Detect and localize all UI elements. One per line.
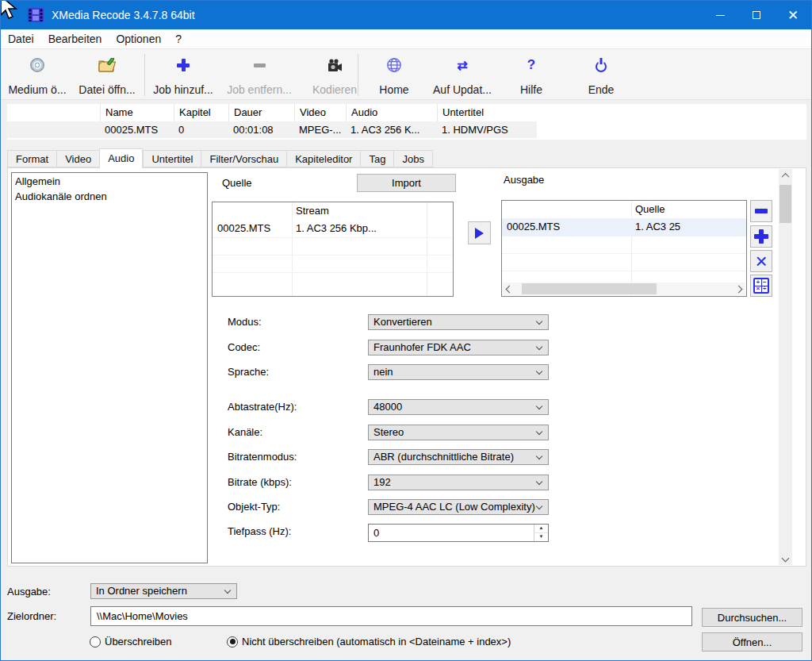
encode-camera-icon <box>327 55 343 75</box>
remove-job-button[interactable]: Job entfern... <box>221 55 297 96</box>
toolbar-separator <box>358 54 358 96</box>
question-icon: ? <box>527 55 535 75</box>
chevron-down-icon <box>224 587 231 594</box>
output-settings-bar: Ausgabe: In Ordner speichern Zielordner:… <box>1 567 811 661</box>
menu-bar: Datei Bearbeiten Optionen ? <box>1 29 811 48</box>
category-audiokanaele[interactable]: Audiokanäle ordnen <box>12 189 207 204</box>
overwrite-radio[interactable]: Überschreiben <box>90 636 172 648</box>
tab-untertitel[interactable]: Untertitel <box>143 150 201 167</box>
codec-select[interactable]: Fraunhofer FDK AAC <box>368 340 549 355</box>
output-horizontal-scrollbar[interactable] <box>503 282 745 295</box>
tab-audio[interactable]: Audio <box>99 148 143 168</box>
no-overwrite-radio[interactable]: Nicht überschreiben (automatisch in <Dat… <box>227 636 511 648</box>
modus-select[interactable]: Konvertieren <box>368 314 549 330</box>
output-label: Ausgabe <box>504 174 544 186</box>
home-button[interactable]: Home <box>369 55 419 96</box>
check-update-button[interactable]: ⇄ Auf Updat... <box>427 55 498 96</box>
encode-button[interactable]: Kodieren <box>301 55 369 96</box>
menu-optionen[interactable]: Optionen <box>109 31 168 47</box>
tiefpass-label: Tiefpass (Hz): <box>228 524 291 540</box>
column-header-dauer[interactable]: Dauer <box>228 104 294 121</box>
tab-tag[interactable]: Tag <box>360 150 393 167</box>
output-quelle-column-header[interactable]: Quelle <box>635 201 665 218</box>
minus-icon <box>755 209 768 213</box>
vscroll-thumb[interactable] <box>779 185 791 223</box>
sprache-select[interactable]: nein <box>368 364 549 380</box>
maximize-button[interactable] <box>738 1 775 29</box>
column-header-kapitel[interactable]: Kapitel <box>174 104 228 121</box>
file-video: MPEG-... <box>294 121 346 138</box>
open-medium-button[interactable]: Medium ö... <box>6 55 69 96</box>
tab-jobs[interactable]: Jobs <box>393 150 432 167</box>
calculator-grid-icon: +− ×÷ <box>753 278 769 294</box>
column-header-video[interactable]: Video <box>294 104 346 121</box>
tab-bar: Format Video Audio Untertitel Filter/Vor… <box>7 150 433 168</box>
minimize-button[interactable] <box>702 1 738 29</box>
source-label: Quelle <box>222 177 252 189</box>
tab-format[interactable]: Format <box>7 150 56 167</box>
remove-stream-button[interactable] <box>750 200 772 222</box>
output-row-selected[interactable]: 00025.MTS 1. AC3 25 <box>502 218 746 236</box>
clear-streams-button[interactable]: × <box>750 250 772 272</box>
toolbar-separator <box>144 54 145 96</box>
kanaele-select[interactable]: Stereo <box>368 425 549 440</box>
close-button[interactable]: ✕ <box>775 1 811 29</box>
file-row[interactable]: 00025.MTS 0 00:01:08 MPEG-... 1. AC3 256… <box>7 121 537 138</box>
play-arrow-icon <box>475 228 484 239</box>
power-icon <box>596 55 607 75</box>
transfer-stream-button[interactable] <box>468 221 491 244</box>
column-header-name[interactable]: Name <box>100 104 174 121</box>
form-row-modus: Modus: Konvertieren <box>8 314 806 332</box>
overwrite-radio-label: Überschreiben <box>105 636 172 648</box>
objekttyp-label: Objekt-Typ: <box>228 499 280 515</box>
bitratenmodus-select[interactable]: ABR (durchschnittliche Bitrate) <box>368 449 549 465</box>
bitratenmodus-label: Bitratenmodus: <box>228 449 297 465</box>
chevron-down-icon <box>536 368 542 375</box>
minimize-icon <box>716 15 725 16</box>
bitrate-select[interactable]: 192 <box>368 475 549 490</box>
help-button[interactable]: ? Hilfe <box>506 55 557 96</box>
open-button[interactable]: Öffnen... <box>702 632 802 651</box>
add-stream-button[interactable] <box>750 225 772 248</box>
output-mode-select[interactable]: In Ordner speichern <box>90 583 237 599</box>
job-file-list: Name Kapitel Dauer Video Audio Untertite… <box>7 104 806 140</box>
column-header-audio[interactable]: Audio <box>346 104 437 121</box>
tab-filter-vorschau[interactable]: Filter/Vorschau <box>201 150 286 167</box>
plus-icon <box>753 228 770 245</box>
source-stream-table: Stream 00025.MTS 1. AC3 256 Kbp... <box>212 202 454 297</box>
form-row-objekttyp: Objekt-Typ: MPEG-4 AAC LC (Low Complexit… <box>8 499 806 517</box>
import-button[interactable]: Import <box>357 174 456 192</box>
menu-bearbeiten[interactable]: Bearbeiten <box>41 31 109 47</box>
output-quelle: 1. AC3 25 <box>635 218 746 236</box>
scroll-up-button[interactable] <box>779 169 792 183</box>
scroll-down-button[interactable] <box>779 551 792 565</box>
exit-button[interactable]: Ende <box>574 55 628 96</box>
column-header-untertitel[interactable]: Untertitel <box>437 104 537 121</box>
category-allgemein[interactable]: Allgemein <box>12 174 207 189</box>
scroll-right-button[interactable] <box>732 282 745 295</box>
hscroll-thumb[interactable] <box>522 283 657 294</box>
scroll-left-button[interactable] <box>503 282 516 295</box>
tab-kapiteleditor[interactable]: Kapiteleditor <box>286 150 360 167</box>
matrix-mixer-button[interactable]: +− ×÷ <box>750 275 772 297</box>
window-title: XMedia Recode 3.4.7.8 64bit <box>52 9 195 21</box>
radio-circle-icon <box>90 636 101 648</box>
tab-video[interactable]: Video <box>56 150 99 167</box>
open-file-button[interactable]: Datei öffn... <box>71 55 144 96</box>
modus-label: Modus: <box>228 314 262 330</box>
source-stream-column-header[interactable]: Stream <box>296 202 329 220</box>
spin-down-button[interactable]: ▼ <box>534 533 548 542</box>
objekttyp-select[interactable]: MPEG-4 AAC LC (Low Complexity) <box>368 499 549 515</box>
abtastrate-select[interactable]: 48000 <box>368 399 549 415</box>
chevron-down-icon <box>536 478 542 485</box>
no-overwrite-radio-label: Nicht überschreiben (automatisch in <Dat… <box>242 636 511 648</box>
target-folder-input[interactable]: \\Mac\Home\Movies <box>90 606 692 626</box>
output-stream-table: Quelle 00025.MTS 1. AC3 25 <box>501 200 747 297</box>
chevron-down-icon <box>536 503 542 509</box>
add-job-button[interactable]: Job hinzuf... <box>148 55 218 96</box>
browse-button[interactable]: Durchsuchen... <box>702 608 802 627</box>
menu-help[interactable]: ? <box>168 31 189 47</box>
menu-datei[interactable]: Datei <box>1 31 41 47</box>
tiefpass-input[interactable]: 0 ▲ ▼ <box>368 524 549 542</box>
form-row-codec: Codec: Fraunhofer FDK AAC <box>8 340 806 357</box>
